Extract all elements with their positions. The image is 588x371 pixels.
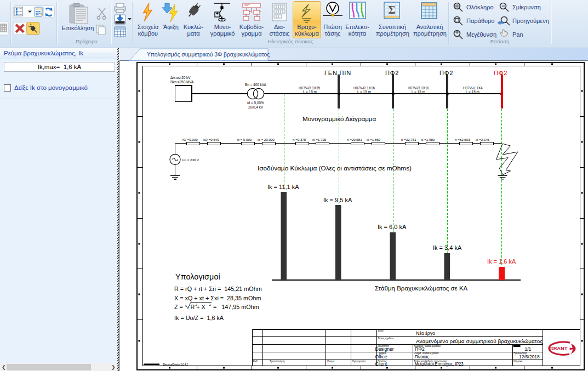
svg-text:Κλίμακα: Κλίμακα [513,360,523,363]
svg-text:Z =: Z = [174,304,183,310]
svg-text:Εκδ.: Εκδ. [253,360,258,363]
svg-text:= 147,95 mOhm: = 147,95 mOhm [213,304,259,310]
svg-text:Bkn =250 MVA: Bkn =250 MVA [170,80,194,84]
svg-text:xl =1,860: xl =1,860 [367,138,381,141]
svg-text:Έργο: Έργο [377,329,384,332]
svg-text:L = 15 m: L = 15 m [303,90,317,94]
svg-text:Ik = 1,6 kA: Ik = 1,6 kA [487,258,516,265]
svg-text:R + X: R + X [191,304,205,310]
svg-text:Ik = Uo/Z = 1,6 kA: Ik = Uo/Z = 1,6 kA [174,315,224,321]
svg-text:rt = 0,000: rt = 0,000 [237,138,252,141]
svg-text:1/1: 1/1 [525,346,532,352]
svg-text:X = xQ + xt + Σxi = 28,35 mOh: X = xQ + xt + Σxi = 28,35 mOhm [174,295,261,301]
svg-text:ΓΕΝ.ΠΙΝ: ΓΕΝ.ΠΙΝ [324,70,351,76]
svg-text:ut = 5,00%: ut = 5,00% [247,101,264,105]
svg-text:xl =1,725: xl =1,725 [312,138,327,141]
svg-text:Ik = 6,0 kA: Ik = 6,0 kA [378,224,407,230]
svg-text:L = 15 m: L = 15 m [357,90,371,94]
svg-text:Designer: Designer [375,346,394,352]
svg-text:Ik = 11,1 kA: Ik = 11,1 kA [267,184,299,190]
svg-text:L = 15 m: L = 15 m [412,90,425,94]
svg-text:rl =82,503: rl =82,503 [455,138,470,141]
svg-text:ΠΦ2: ΠΦ2 [415,346,425,352]
svg-text:H07V-R 1X10: H07V-R 1X10 [408,86,430,90]
svg-text:12/6/2018: 12/6/2018 [519,354,540,359]
svg-text:L = 15 m: L = 15 m [466,90,479,94]
svg-text:xQ =0,640: xQ =0,640 [203,138,219,141]
svg-text:Μονογραμμικό Διάγραμμα: Μονογραμμικό Διάγραμμα [302,115,376,122]
svg-text:GRANT: GRANT [550,345,568,351]
svg-text:Πίνακας: Πίνακας [415,354,429,359]
svg-text:H07V-U 1X4: H07V-U 1X4 [463,86,483,90]
svg-text:Τίτλος σχεδίου: Τίτλος σχεδίου [378,337,394,340]
svg-text:Office: Office [375,354,387,359]
svg-text:rQ =0,000: rQ =0,000 [182,138,198,141]
svg-text:2: 2 [209,303,212,306]
svg-text:Υπολογισμοί: Υπολογισμοί [175,272,220,281]
svg-text:Νέο έργο: Νέο έργο [416,330,435,336]
svg-text:Ik = 3,4 kA: Ik = 3,4 kA [433,244,462,251]
svg-text:20/0,4 kV: 20/0,4 kV [248,105,264,109]
svg-text:ΠΦ2: ΠΦ2 [385,70,399,76]
svg-text:Δίκτυο 20 kV: Δίκτυο 20 kV [170,76,191,79]
svg-text:Αναμενόμενο ρεύμα συμμετρικού: Αναμενόμενο ρεύμα συμμετρικού βραχυκυκλώ… [416,339,543,344]
svg-text:Στάθμη Βραχυκυκλώματος σε ΚΑ: Στάθμη Βραχυκυκλώματος σε ΚΑ [375,285,468,292]
svg-text:Ik = 9,5 kA: Ik = 9,5 kA [323,197,352,203]
svg-text:xt = 20,000: xt = 20,000 [258,138,275,141]
svg-text:ΜεταλλικόςΕπιτοίχιος, IP23: ΜεταλλικόςΕπιτοίχιος, IP23 [415,361,464,367]
svg-text:xl =1,980: xl =1,980 [421,138,435,141]
svg-text:ΠΦ2: ΠΦ2 [439,70,453,76]
svg-text:rl =20,581: rl =20,581 [347,138,362,141]
svg-text:Υπολογισμός συμμετρικού 3Φ βρα: Υπολογισμός συμμετρικού 3Φ βραχυκυκλώματ… [147,52,270,58]
svg-text:ElectricalDesign 10.4.2: ElectricalDesign 10.4.2 [163,363,189,366]
svg-text:ΠΦ2: ΠΦ2 [494,70,507,76]
svg-text:Uo = 230 V: Uo = 230 V [182,158,199,162]
svg-text:Bn = 400 kVA: Bn = 400 kVA [245,83,267,87]
svg-text:H07V-R 1X35: H07V-R 1X35 [299,86,321,90]
svg-text:rl =9,378: rl =9,378 [293,138,306,141]
svg-text:Client: Client [375,361,387,367]
svg-text:xl =2,145: xl =2,145 [476,138,490,141]
svg-text:rl =32,751: rl =32,751 [401,138,416,141]
svg-text:R = rQ + rt + Σri = 145,21 mO: R = rQ + rt + Σri = 145,21 mOhm [174,286,262,292]
svg-text:H07V-R 1X16: H07V-R 1X16 [353,86,375,90]
svg-text:Ονομα: Ονομα [327,360,335,363]
svg-text:Σ: Σ [388,4,395,16]
svg-text:Τροποποίηση: Τροποποίηση [270,360,285,363]
svg-text:Ισοδύναμο Κύκλωμα (Ολες οι αντ: Ισοδύναμο Κύκλωμα (Ολες οι αντιστάσεις σ… [258,164,412,172]
svg-text:Ημερομηνία: Ημερομηνία [352,360,366,363]
